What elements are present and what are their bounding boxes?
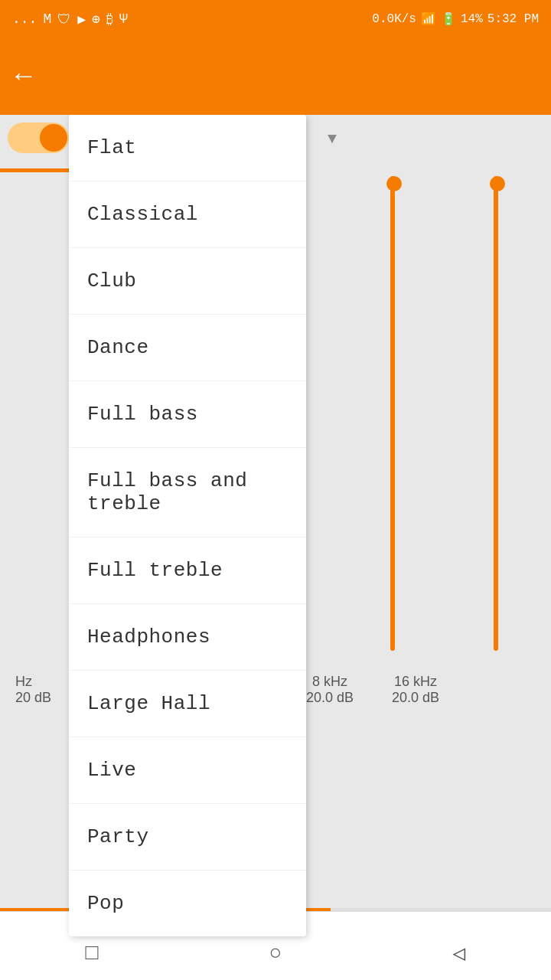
instagram-icon: ⊕ (92, 11, 100, 28)
network-speed: 0.0K/s (372, 12, 416, 26)
preset-item-pop[interactable]: Pop (69, 871, 306, 936)
preset-item-headphones[interactable]: Headphones (69, 604, 306, 671)
nav-triangle-button[interactable]: ◁ (453, 940, 466, 966)
left-freq-hz: Hz (15, 674, 51, 690)
eq-slider-bar-2[interactable] (494, 176, 498, 651)
main-content: ▼ Hz 20 dB 8 kHz 20.0 dB 16 kHz 20.0 dB … (0, 115, 551, 980)
equalizer-toggle-row (8, 122, 69, 153)
left-freq-labels: Hz 20 dB (15, 674, 51, 706)
preset-item-party[interactable]: Party (69, 804, 306, 871)
freq-label-16k: 16 kHz 20.0 dB (392, 674, 439, 706)
nav-circle-button[interactable]: ○ (269, 942, 282, 965)
preset-item-flat[interactable]: Flat (69, 115, 306, 181)
youtube-icon: ▶ (77, 11, 86, 28)
status-left-icons: ... M 🛡 ▶ ⊕ ₿ Ψ (12, 11, 128, 28)
equalizer-toggle[interactable] (8, 122, 69, 153)
eq-orange-accent-bar (0, 168, 77, 172)
bitcoin-icon: ₿ (106, 11, 113, 28)
left-freq-db: 20 dB (15, 690, 51, 706)
notification-dots: ... (12, 11, 37, 27)
preset-dropdown-menu: Flat Classical Club Dance Full bass Full… (69, 115, 306, 936)
preset-item-full-treble[interactable]: Full treble (69, 537, 306, 604)
signal-icon: 📶 (421, 11, 436, 27)
status-bar: ... M 🛡 ▶ ⊕ ₿ Ψ 0.0K/s 📶 🔋 14% 5:32 PM (0, 0, 551, 38)
gmail-icon: M (43, 11, 51, 27)
status-right-info: 0.0K/s 📶 🔋 14% 5:32 PM (372, 11, 539, 27)
shield-icon: 🛡 (57, 11, 71, 28)
freq-label-8k: 8 kHz 20.0 dB (306, 674, 354, 706)
preset-item-dance[interactable]: Dance (69, 315, 306, 381)
preset-item-classical[interactable]: Classical (69, 181, 306, 248)
psi-icon: Ψ (119, 11, 128, 27)
preset-item-large-hall[interactable]: Large Hall (69, 671, 306, 737)
toggle-thumb (40, 124, 67, 152)
battery-percent: 14% (461, 12, 483, 26)
frequency-labels: 8 kHz 20.0 dB 16 kHz 20.0 dB (306, 674, 439, 706)
clock: 5:32 PM (487, 12, 539, 26)
app-bar: ← (0, 38, 551, 115)
dropdown-arrow-icon[interactable]: ▼ (328, 130, 337, 148)
preset-item-live[interactable]: Live (69, 737, 306, 804)
preset-item-full-bass-and-treble[interactable]: Full bass and treble (69, 448, 306, 537)
nav-square-button[interactable]: □ (86, 942, 99, 965)
back-button[interactable]: ← (15, 61, 32, 93)
eq-slider-bar-1[interactable] (390, 176, 395, 651)
preset-item-club[interactable]: Club (69, 248, 306, 315)
preset-item-full-bass[interactable]: Full bass (69, 381, 306, 448)
battery-icon: 🔋 (441, 11, 456, 27)
